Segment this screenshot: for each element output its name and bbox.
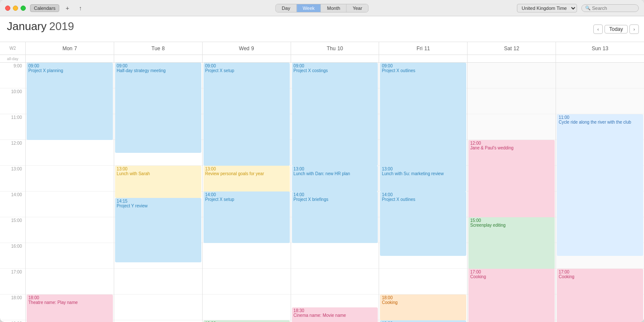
year-label: 2019 <box>49 20 74 33</box>
prev-week-button[interactable]: ‹ <box>593 24 603 34</box>
event-fri-cooking[interactable]: 18:00 Cooking <box>380 295 466 320</box>
today-button[interactable]: Today <box>605 25 628 33</box>
view-week-button[interactable]: Week <box>297 4 321 12</box>
event-thu-lunch-dan[interactable]: 13:00 Lunch with Dan: new HR plan <box>292 166 378 191</box>
event-tue-lunch-sarah[interactable]: 13:00 Lunch with Sarah <box>115 166 201 198</box>
allday-sat <box>468 55 556 62</box>
titlebar-icons: + ↑ <box>63 3 85 13</box>
view-buttons: Day Week Month Year <box>275 4 368 12</box>
calendar-window: Calendars + ↑ Day Week Month Year United… <box>0 0 644 322</box>
day-header-sun: Sun 13 <box>556 42 644 55</box>
calendar-header: January 2019 ‹ Today › <box>0 16 644 42</box>
event-sun-cooking[interactable]: 17:00 Cooking <box>557 269 643 322</box>
day-header-mon: Mon 7 <box>26 42 114 55</box>
time-1500: 15:00 <box>0 217 25 243</box>
allday-label: all-day <box>0 55 26 62</box>
event-fri-outlines2[interactable]: 14:00 Project X outlines <box>380 191 466 256</box>
event-fri-lunch-su[interactable]: 13:00 Lunch with Su: marketing review <box>380 166 466 191</box>
time-1600: 16:00 <box>0 243 25 269</box>
view-year-button[interactable]: Year <box>346 4 368 12</box>
days-header: W2 Mon 7 Tue 8 Wed 9 Thu 10 Fri 11 Sat 1… <box>0 42 644 55</box>
time-1200: 12:00 <box>0 140 25 166</box>
titlebar: Calendars + ↑ Day Week Month Year United… <box>0 0 644 16</box>
time-1700: 17:00 <box>0 269 25 295</box>
day-header-sat: Sat 12 <box>468 42 556 55</box>
traffic-lights <box>5 6 26 11</box>
allday-sun <box>556 55 644 62</box>
allday-row: all-day <box>0 55 644 63</box>
time-1400: 14:00 <box>0 191 25 217</box>
event-wed-project-x-setup1[interactable]: 09:00 Project X setup <box>204 63 290 166</box>
day-col-sun: 11:00 Cycle ride along the river with th… <box>556 63 644 322</box>
day-header-thu: Thu 10 <box>291 42 380 55</box>
time-1000: 10:00 <box>0 88 25 114</box>
search-input[interactable] <box>592 6 635 11</box>
event-sun-cycle[interactable]: 11:00 Cycle ride along the river with th… <box>557 114 643 256</box>
search-box: 🔍 <box>581 4 639 12</box>
allday-wed <box>203 55 291 62</box>
view-month-button[interactable]: Month <box>321 4 347 12</box>
event-thu-briefings[interactable]: 14:00 Project X briefings <box>292 191 378 243</box>
day-header-tue: Tue 8 <box>114 42 203 55</box>
day-header-wed: Wed 9 <box>203 42 291 55</box>
add-calendar-button[interactable]: + <box>63 3 72 13</box>
allday-thu <box>291 55 380 62</box>
event-sat-cooking[interactable]: 17:00 Cooking <box>468 269 555 322</box>
event-tue-project-y[interactable]: 14:15 Project Y review <box>115 198 201 262</box>
export-button[interactable]: ↑ <box>76 3 85 13</box>
allday-tue <box>114 55 203 62</box>
calendar-body: 9:00 10:00 11:00 12:00 13:00 14:00 15:00… <box>0 63 644 322</box>
day-col-sat: 12:00 Jane & Paul's wedding 15:00 Screen… <box>468 63 556 322</box>
time-1300: 13:00 <box>0 166 25 191</box>
day-col-thu: 09:00 Project X costings 13:00 Lunch wit… <box>291 63 380 322</box>
event-tue-halfday[interactable]: 09:00 Half-day strategy meeting <box>115 63 201 153</box>
event-wed-screenplay[interactable]: 19:00 Work on screenplay <box>204 320 290 322</box>
event-wed-project-x-setup2[interactable]: 14:00 Project X setup <box>204 191 290 243</box>
event-fri-karen[interactable]: 19:00 Karen & Nish for dinner <box>380 320 466 322</box>
calendar-nav: ‹ Today › <box>593 24 639 34</box>
close-button[interactable] <box>5 6 10 11</box>
month-label: January <box>7 20 47 33</box>
time-1800: 18:00 <box>0 295 25 320</box>
event-mon-project-x-planning[interactable]: 09:00 Project X planning <box>27 63 113 140</box>
days-grid: 09:00 Project X planning 18:00 Theatre n… <box>26 63 644 322</box>
search-icon: 🔍 <box>585 6 590 10</box>
maximize-button[interactable] <box>21 6 26 11</box>
event-thu-cinema[interactable]: 18:30 Cinema name: Movie name <box>292 307 378 322</box>
timezone-select[interactable]: United Kingdom Time <box>517 4 577 12</box>
event-mon-theatre[interactable]: 18:00 Theatre name: Play name <box>27 295 113 322</box>
calendars-button[interactable]: Calendars <box>30 4 59 12</box>
week-label: W2 <box>0 42 26 55</box>
day-col-wed: 09:00 Project X setup 13:00 Review perso… <box>203 63 291 322</box>
allday-mon <box>26 55 114 62</box>
allday-fri <box>379 55 468 62</box>
day-col-mon: 09:00 Project X planning 18:00 Theatre n… <box>26 63 114 322</box>
time-1100: 11:00 <box>0 114 25 140</box>
calendar-title: January 2019 <box>7 20 637 33</box>
minimize-button[interactable] <box>13 6 18 11</box>
day-header-fri: Fri 11 <box>379 42 468 55</box>
event-sat-screenplay[interactable]: 15:00 Screenplay editing <box>468 217 555 269</box>
time-0900: 9:00 <box>0 63 25 88</box>
time-gutter: 9:00 10:00 11:00 12:00 13:00 14:00 15:00… <box>0 63 26 322</box>
event-thu-costings[interactable]: 09:00 Project X costings <box>292 63 378 166</box>
day-col-fri: 09:00 Project X outlines 13:00 Lunch wit… <box>379 63 468 322</box>
view-day-button[interactable]: Day <box>276 4 297 12</box>
time-1900: 19:00 <box>0 320 25 322</box>
next-week-button[interactable]: › <box>629 24 639 34</box>
day-col-tue: 09:00 Half-day strategy meeting 13:00 Lu… <box>114 63 203 322</box>
titlebar-right: United Kingdom Time 🔍 <box>517 4 639 12</box>
